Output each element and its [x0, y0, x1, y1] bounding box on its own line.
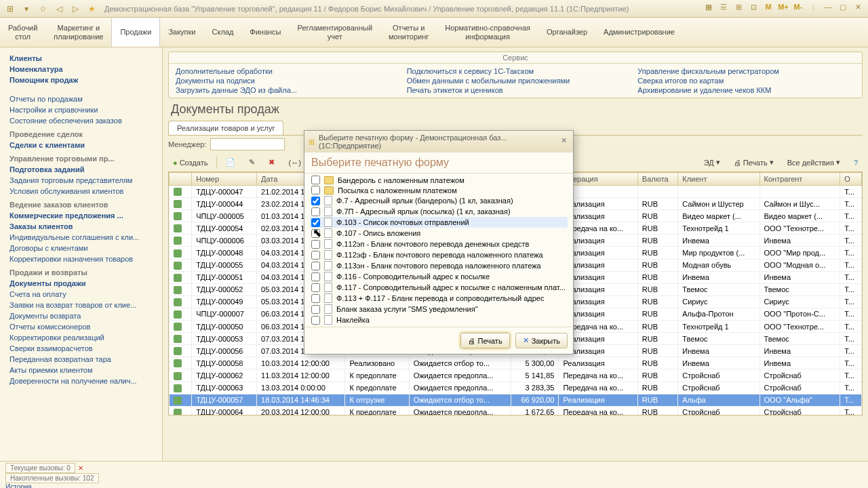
manager-input[interactable] — [210, 138, 285, 150]
tab-realizations[interactable]: Реализации товаров и услуг — [168, 121, 283, 135]
print-form-item[interactable]: Ф.112эф - Бланк почтового перевода налож… — [310, 249, 568, 260]
nav-link[interactable]: Номенклатура — [0, 64, 162, 75]
form-checkbox[interactable] — [311, 197, 320, 205]
menu-item[interactable]: Маркетинг ипланирование — [45, 18, 111, 47]
nav-link[interactable]: Отчеты комиссионеров — [0, 321, 162, 332]
column-header[interactable]: Клиент — [678, 173, 760, 186]
print-form-item[interactable]: Посылка с наложенным платежом — [310, 185, 568, 195]
form-checkbox[interactable] — [311, 176, 320, 184]
nav-fwd-icon[interactable]: ▷ — [69, 3, 81, 15]
menu-item[interactable]: Закупки — [160, 18, 203, 47]
tool-icon-1[interactable]: ▦ — [703, 3, 715, 15]
print-form-item[interactable]: Ф.112эп - Бланк почтового перевода денеж… — [310, 239, 568, 249]
table-row[interactable]: ТДЦУ-00006420.03.2014 12:00:00К предопла… — [170, 406, 862, 415]
status-history-link[interactable]: История... — [5, 483, 37, 488]
print-form-item[interactable]: Ф.117 - Сопроводительный адрес к посылке… — [310, 282, 568, 293]
service-link[interactable]: Архивирование и удаление чеков ККМ — [637, 85, 855, 95]
calc-icon[interactable]: ⊡ — [747, 3, 760, 15]
column-header[interactable]: Контрагент — [760, 173, 840, 186]
form-checkbox[interactable] — [311, 251, 320, 260]
nav-link[interactable]: Заказы клиентов — [0, 221, 162, 232]
form-checkbox[interactable] — [311, 186, 320, 195]
service-link[interactable]: Документы на подписи — [176, 76, 393, 85]
nav-link[interactable]: Корректировки реализаций — [0, 332, 162, 343]
help-button[interactable]: ? — [849, 157, 863, 169]
service-link[interactable]: Дополнительные обработки — [176, 66, 393, 76]
memory-mminus[interactable]: M- — [792, 3, 804, 15]
print-form-item[interactable]: Бандероль с наложенным платежом — [310, 175, 568, 185]
service-link[interactable]: Сверка итогов по картам — [637, 76, 855, 85]
tool-icon-3[interactable]: ⊞ — [732, 3, 745, 15]
table-row[interactable]: ТДЦУ-00006313.03.2014 0:00:00К предоплат… — [170, 382, 862, 394]
delete-button[interactable]: ✖ — [264, 156, 279, 169]
form-checkbox[interactable] — [311, 262, 320, 270]
print-form-item[interactable]: Наклейка — [310, 314, 568, 325]
print-form-item[interactable]: Ф.116 - Сопроводительный адрес к посылке — [310, 271, 568, 282]
edit-button[interactable]: ✎ — [244, 156, 260, 169]
table-row[interactable]: ТДЦУ-00005810.03.2014 12:00:00Реализован… — [170, 357, 862, 369]
menu-item[interactable]: Склад — [204, 18, 242, 47]
column-header[interactable]: О — [840, 173, 862, 186]
form-checkbox[interactable] — [311, 294, 320, 303]
column-header[interactable]: Номер — [192, 173, 257, 186]
nav-link[interactable]: Клиенты — [0, 53, 162, 64]
print-form-item[interactable]: Ф.107 - Опись вложения — [310, 228, 568, 239]
minimize-icon[interactable]: — — [822, 3, 834, 15]
column-header[interactable] — [170, 173, 192, 186]
all-actions-button[interactable]: Все действия ▾ — [783, 156, 845, 169]
service-link[interactable]: Обмен данными с мобильными приложениями — [407, 76, 625, 85]
form-checkbox[interactable] — [311, 207, 320, 216]
nav-link[interactable]: Корректировки назначения товаров — [0, 253, 162, 264]
memory-mplus[interactable]: M+ — [777, 3, 789, 15]
close-window-icon[interactable]: ✕ — [852, 3, 864, 15]
menu-item[interactable]: Рабочийстол — [0, 18, 45, 47]
service-link[interactable]: Управление фискальным регистратором — [637, 66, 855, 76]
nav-link[interactable]: Настройки и справочники — [0, 104, 162, 115]
menu-item[interactable]: Финансы — [241, 18, 289, 47]
print-form-item[interactable]: Ф.7 - Адресный ярлык (бандероль) (1 кл, … — [310, 195, 568, 206]
form-checkbox[interactable] — [311, 218, 320, 227]
form-checkbox[interactable] — [311, 283, 320, 292]
print-button[interactable]: 🖨 Печать ▾ — [729, 156, 778, 169]
nav-link[interactable]: Состояние обеспечения заказов — [0, 115, 162, 126]
nav-link[interactable]: Сверки взаиморасчетов — [0, 343, 162, 354]
service-link[interactable]: Подключиться к сервису 1С-Такском — [407, 66, 625, 76]
nav-link[interactable]: Помощник продаж — [0, 75, 162, 85]
table-row[interactable]: ТДЦУ-00005718.03.2014 14:46:34К отгрузке… — [170, 394, 862, 406]
menu-item[interactable]: Администрирование — [595, 18, 683, 47]
fav-star-icon[interactable]: ★ — [85, 3, 98, 15]
table-row[interactable]: ТДЦУ-00006211.03.2014 12:00:00К предопла… — [170, 369, 862, 382]
status-close-icon[interactable]: ✕ — [78, 464, 83, 472]
nav-link[interactable]: Индивидуальные соглашения с кли... — [0, 232, 162, 243]
dialog-close-icon[interactable]: ✕ — [559, 136, 569, 147]
star-icon[interactable]: ☆ — [37, 3, 49, 15]
print-form-item[interactable]: Ф.113 + Ф.117 - Бланк перевода и сопрово… — [310, 293, 568, 304]
create-button[interactable]: ●Создать — [168, 157, 212, 169]
nav-back-icon[interactable]: ◁ — [53, 3, 65, 15]
column-header[interactable]: Валюта — [637, 173, 677, 186]
service-link[interactable]: Загрузить данные ЭДО из файла... — [176, 85, 393, 95]
nav-link[interactable]: Переданная возвратная тара — [0, 354, 162, 365]
dropdown-icon[interactable]: ▾ — [20, 3, 33, 15]
refresh-button[interactable]: (↔) — [283, 157, 305, 169]
nav-link[interactable]: Договоры с клиентами — [0, 243, 162, 253]
nav-link[interactable]: Акты приемки клиентом — [0, 365, 162, 375]
nav-link[interactable]: Заявки на возврат товаров от клие... — [0, 300, 162, 310]
form-checkbox[interactable] — [311, 272, 320, 281]
print-form-item[interactable]: Ф.103 - Список почтовых отправлений — [310, 217, 568, 228]
form-checkbox[interactable] — [311, 240, 320, 249]
dialog-close-button[interactable]: ✕ Закрыть — [515, 333, 568, 348]
form-checkbox[interactable] — [311, 316, 320, 325]
form-checkbox[interactable] — [311, 305, 320, 314]
menu-item[interactable]: Нормативно-справочнаяинформация — [437, 18, 538, 47]
nav-link[interactable]: Доверенности на получение налич... — [0, 375, 162, 386]
nav-link[interactable]: Документы возврата — [0, 310, 162, 321]
nav-link[interactable]: Задания торговым представителям — [0, 175, 162, 186]
menu-item[interactable]: Отчеты имониторинг — [380, 18, 437, 47]
print-form-item[interactable]: Ф.113эн - Бланк почтового перевода налож… — [310, 260, 568, 271]
print-form-item[interactable]: Бланк заказа услуги "SMS уведомления" — [310, 304, 568, 314]
maximize-icon[interactable]: ▢ — [837, 3, 849, 15]
nav-link[interactable]: Условия обслуживания клиентов — [0, 186, 162, 197]
menu-item[interactable]: Органайзер — [538, 18, 595, 47]
dialog-print-button[interactable]: 🖨 Печать — [460, 333, 510, 348]
